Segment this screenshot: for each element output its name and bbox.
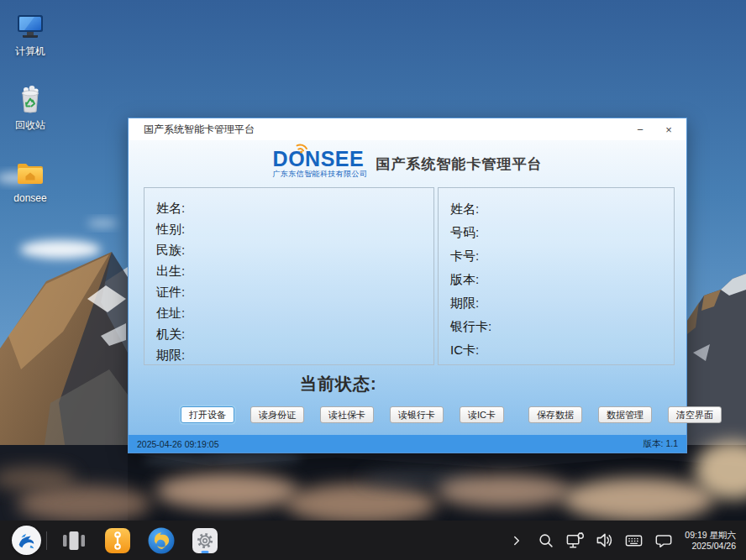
window-controls: − ×	[633, 122, 686, 137]
data-manage-button[interactable]: 数据管理	[598, 406, 652, 423]
settings-app-button[interactable]	[191, 526, 219, 555]
field-label: 住址:	[156, 302, 433, 323]
field-label: 期限:	[156, 344, 433, 365]
minimize-button[interactable]: −	[633, 122, 648, 137]
field-label: 期限:	[450, 291, 674, 315]
read-socialcard-button[interactable]: 读社保卡	[320, 406, 374, 423]
read-idcard-button[interactable]: 读身份证	[250, 406, 304, 423]
desktop-icon-label: 回收站	[15, 118, 45, 133]
open-device-button[interactable]: 打开设备	[181, 406, 234, 423]
tray-messages-button[interactable]	[654, 531, 673, 550]
logo-row: DONSEE 广东东信智能科技有限公司 国产系统智能卡管理平台	[129, 144, 686, 184]
field-label: 号码:	[450, 221, 674, 244]
clear-ui-button[interactable]: 清空界面	[668, 406, 722, 423]
volume-icon	[595, 531, 614, 550]
field-label: IC卡:	[450, 338, 674, 362]
file-manager-button[interactable]	[103, 526, 132, 555]
read-iccard-button[interactable]: 读IC卡	[460, 406, 504, 423]
task-view-button[interactable]	[60, 526, 88, 555]
keyboard-icon	[624, 531, 644, 550]
desktop-icon-label: 计算机	[15, 44, 45, 59]
network-display-icon	[565, 531, 585, 550]
folder-icon	[14, 158, 46, 190]
statusbar-timestamp: 2025-04-26 09:19:05	[137, 439, 219, 449]
desktop-icon-recycle-bin[interactable]: 回收站	[3, 84, 57, 148]
field-label: 民族:	[156, 239, 433, 260]
taskbar-separator	[46, 531, 47, 550]
window-titlebar[interactable]: 国产系统智能卡管理平台 − ×	[129, 118, 686, 140]
kylin-logo-icon	[12, 526, 41, 555]
current-status-label: 当前状态:	[300, 373, 377, 395]
card-info-panel: 姓名: 号码: 卡号: 版本: 期限: 银行卡: IC卡:	[438, 187, 675, 365]
taskbar: 09:19 星期六 2025/04/26	[0, 521, 746, 560]
chat-bubble-icon	[654, 531, 673, 550]
tray-volume-button[interactable]	[595, 531, 614, 550]
clock-date: 2025/04/26	[691, 541, 736, 551]
tray-expand-button[interactable]	[507, 531, 526, 550]
browser-icon	[147, 526, 176, 555]
desktop-icon-label: donsee	[13, 192, 46, 204]
window-statusbar: 2025-04-26 09:19:05 版本: 1.1	[129, 435, 686, 453]
desktop-icon-column: 计算机 回收站	[3, 10, 57, 232]
tray-network-button[interactable]	[565, 531, 585, 550]
smartcard-app-window: 国产系统智能卡管理平台 − × DONSEE 广东东信智能科技有限公司 国产系统…	[128, 118, 687, 453]
window-title: 国产系统智能卡管理平台	[129, 123, 255, 137]
field-label: 版本:	[450, 268, 674, 291]
field-label: 机关:	[156, 323, 433, 344]
field-label: 证件:	[156, 281, 433, 302]
file-manager-icon	[103, 526, 132, 555]
idcard-info-panel: 姓名: 性别: 民族: 出生: 证件: 住址: 机关: 期限:	[144, 187, 434, 365]
brand-wordmark: DONSEE	[273, 149, 368, 169]
search-icon	[537, 531, 555, 550]
action-button-row: 打开设备 读身份证 读社保卡 读银行卡 读IC卡 保存数据 数据管理 清空界面	[181, 406, 643, 423]
read-bankcard-button[interactable]: 读银行卡	[390, 406, 444, 423]
desktop-icon-computer[interactable]: 计算机	[3, 10, 57, 74]
recycle-bin-icon	[14, 84, 46, 116]
start-menu-button[interactable]	[8, 521, 45, 560]
company-name: 广东东信智能科技有限公司	[273, 169, 368, 180]
system-tray: 09:19 星期六 2025/04/26	[507, 530, 746, 552]
donsee-logo: DONSEE 广东东信智能科技有限公司	[273, 149, 368, 180]
desktop-icon-folder-donsee[interactable]: donsee	[3, 158, 57, 222]
chevron-right-icon	[509, 533, 524, 548]
field-label: 姓名:	[156, 197, 433, 218]
wifi-signal-icon	[293, 143, 308, 154]
app-heading: 国产系统智能卡管理平台	[376, 154, 542, 174]
field-label: 出生:	[156, 260, 433, 281]
browser-button[interactable]	[147, 526, 176, 555]
running-app-indicator	[202, 551, 209, 553]
tray-search-button[interactable]	[536, 531, 555, 550]
field-label: 卡号:	[450, 244, 674, 268]
computer-icon	[14, 10, 46, 42]
statusbar-version: 版本: 1.1	[644, 438, 678, 450]
task-view-icon	[60, 527, 87, 554]
taskbar-clock[interactable]: 09:19 星期六 2025/04/26	[685, 530, 736, 552]
tray-keyboard-button[interactable]	[624, 531, 644, 550]
save-data-button[interactable]: 保存数据	[528, 406, 582, 423]
field-label: 性别:	[156, 218, 433, 239]
close-button[interactable]: ×	[661, 122, 676, 137]
clock-time: 09:19 星期六	[685, 530, 736, 540]
field-label: 姓名:	[450, 197, 674, 221]
field-label: 银行卡:	[450, 315, 674, 338]
